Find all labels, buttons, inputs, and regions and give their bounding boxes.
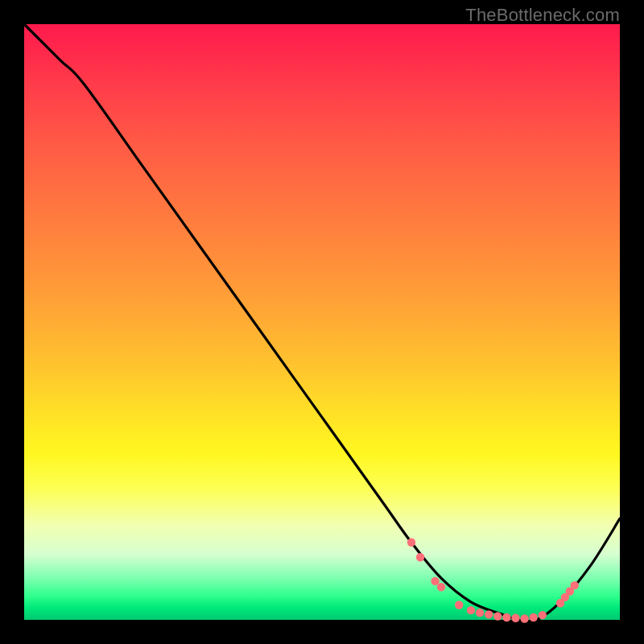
chart-frame: TheBottleneck.com xyxy=(0,0,644,644)
marker-dot xyxy=(502,613,510,621)
marker-dot xyxy=(455,601,463,609)
marker-dot xyxy=(407,539,415,547)
curve-layer xyxy=(24,24,620,620)
marker-dot xyxy=(416,553,424,561)
bottleneck-curve xyxy=(24,24,620,621)
marker-dot xyxy=(571,581,579,589)
marker-dot xyxy=(493,612,502,620)
watermark-text: TheBottleneck.com xyxy=(465,5,620,26)
plot-area xyxy=(24,24,620,620)
marker-dot xyxy=(520,614,528,622)
marker-dot xyxy=(431,577,439,585)
marker-dot xyxy=(539,611,547,619)
marker-dot xyxy=(476,609,484,617)
marker-dot xyxy=(530,613,538,621)
marker-dot xyxy=(467,606,475,614)
marker-dot xyxy=(511,614,519,622)
marker-dot xyxy=(437,583,445,591)
marker-dot xyxy=(485,610,493,618)
